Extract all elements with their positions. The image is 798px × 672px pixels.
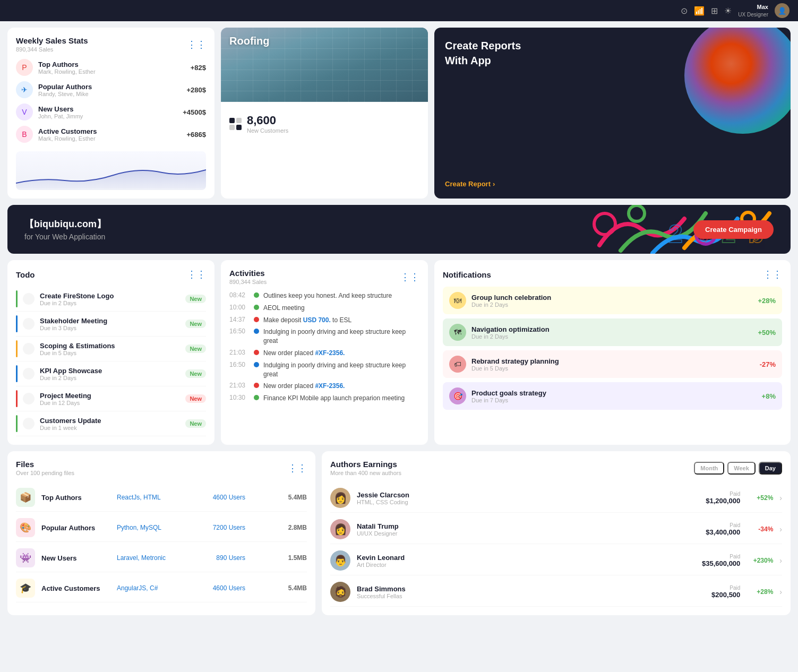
- todo-checkbox[interactable]: [23, 368, 35, 380]
- arrow-icon: ›: [493, 180, 495, 188]
- svg-point-0: [594, 213, 615, 235]
- chevron-right-icon[interactable]: ›: [779, 588, 782, 596]
- earnings-tabs: Month Week Day: [694, 462, 782, 475]
- theme-icon[interactable]: ☀: [724, 6, 732, 16]
- chevron-right-icon[interactable]: ›: [779, 556, 782, 565]
- author-avatar: 👩: [330, 488, 350, 508]
- roofing-title: Roofing: [229, 35, 270, 47]
- weekly-sales-card: Weekly Sales Stats 890,344 Sales ⋮⋮ P To…: [7, 28, 214, 199]
- signal-icon[interactable]: 📶: [694, 6, 705, 16]
- chart-area: [16, 151, 206, 190]
- list-item: Project Meeting Due in 12 Days New: [16, 386, 206, 411]
- campaign-banner: 【biqubiqu.com】 for Your Web Application …: [7, 205, 791, 254]
- activities-subtitle: 890,344 Sales: [229, 279, 267, 285]
- stat-new-users: V New Users John, Pat, Jimmy +4500$: [16, 104, 206, 120]
- roofing-bottom: 8,600 New Customers: [221, 107, 428, 142]
- dot-red-icon: [254, 350, 259, 355]
- file-item: 🎨 Popular Authors Python, MySQL 7200 Use…: [16, 514, 307, 542]
- notification-item: 🍽 Group lunch celebration Due in 2 Days …: [443, 287, 782, 314]
- todo-title: Todo: [16, 270, 35, 279]
- activities-list: 08:42 Outlines keep you honest. And keep…: [229, 291, 419, 403]
- order-link2[interactable]: #XF-2356.: [315, 382, 345, 390]
- file-item: 🎓 Active Customers AngularJS, C# 4600 Us…: [16, 574, 307, 602]
- notification-item: 🎯 Product goals strategy Due in 7 Days +…: [443, 382, 782, 410]
- file-icon: 📦: [16, 488, 35, 507]
- todo-checkbox[interactable]: [23, 318, 35, 330]
- roofing-card: Roofing 8,600 New Customers: [221, 28, 428, 199]
- weekly-sales-title: Weekly Sales Stats: [16, 36, 88, 45]
- file-icon: 🎓: [16, 579, 35, 598]
- todo-bar-blue: [16, 365, 18, 382]
- todo-bar-yellow: [16, 340, 18, 357]
- notification-item: 🏷 Rebrand strategy planning Due in 5 Day…: [443, 350, 782, 378]
- tab-day[interactable]: Day: [759, 462, 782, 475]
- weekly-sales-subtitle: 890,344 Sales: [16, 46, 88, 53]
- topbar: ⊙ 📶 ⊞ ☀ Max UX Designer 👤: [0, 0, 798, 21]
- activities-card: Activities 890,344 Sales ⋮⋮ 08:42 Outlin…: [221, 260, 428, 445]
- notification-icon: 🏷: [449, 356, 466, 373]
- activity-item: 10:30 Finance KPI Mobile app launch prep…: [229, 394, 419, 403]
- activity-item: 16:50 Indulging in poorly driving and ke…: [229, 328, 419, 346]
- activity-item: 21:03 New order placed #XF-2356.: [229, 382, 419, 391]
- dot-red-icon: [254, 317, 259, 322]
- author-avatar: 👩: [330, 519, 350, 539]
- author-avatar: 👨: [330, 550, 350, 571]
- todo-list: Create FireStone Logo Due in 2 Days New …: [16, 287, 206, 436]
- dot-red-icon: [254, 383, 259, 388]
- todo-checkbox[interactable]: [23, 343, 35, 355]
- files-menu[interactable]: ⋮⋮: [288, 462, 307, 474]
- user-info: Max UX Designer: [738, 3, 768, 18]
- notification-icon: 🗺: [449, 324, 466, 341]
- customers-label: New Customers: [247, 127, 288, 134]
- todo-checkbox[interactable]: [23, 393, 35, 404]
- todo-checkbox[interactable]: [23, 418, 35, 429]
- stats-list: P Top Authors Mark, Rowling, Esther +82$…: [16, 59, 206, 143]
- activities-menu[interactable]: ⋮⋮: [400, 271, 419, 283]
- tab-week[interactable]: Week: [727, 462, 756, 475]
- activity-item: 10:00 AEOL meeting: [229, 304, 419, 313]
- campaign-text: 【biqubiqu.com】 for Your Web Application: [24, 218, 106, 241]
- campaign-title: 【biqubiqu.com】: [24, 218, 106, 230]
- activity-item: 21:03 New order placed #XF-2356.: [229, 349, 419, 358]
- chevron-right-icon[interactable]: ›: [779, 525, 782, 533]
- notifications-menu[interactable]: ⋮⋮: [763, 269, 782, 280]
- todo-checkbox[interactable]: [23, 293, 35, 305]
- notifications-list: 🍽 Group lunch celebration Due in 2 Days …: [443, 287, 782, 410]
- activity-item: 16:50 Indulging in poorly driving and ke…: [229, 361, 419, 379]
- top-authors-icon: P: [16, 59, 33, 76]
- todo-bar-blue: [16, 315, 18, 332]
- earnings-item: 👩 Jessie Clarcson HTML, CSS Coding Paid …: [330, 484, 782, 513]
- activity-item: 08:42 Outlines keep you honest. And keep…: [229, 291, 419, 300]
- dot-blue-icon: [254, 362, 259, 367]
- create-campaign-button[interactable]: Create Campaign: [693, 220, 774, 239]
- create-report-link[interactable]: Create Report ›: [445, 180, 780, 188]
- dot-green-icon: [254, 395, 259, 400]
- search-icon[interactable]: ⊙: [681, 6, 688, 16]
- avatar[interactable]: 👤: [775, 3, 790, 18]
- authors-earnings-card: Authors Earnings More than 400 new autho…: [322, 451, 791, 615]
- notifications-title: Notifications: [443, 270, 491, 279]
- weekly-sales-menu[interactable]: ⋮⋮: [187, 39, 206, 50]
- earnings-title: Authors Earnings: [330, 460, 401, 469]
- files-card: Files Over 100 pending files ⋮⋮ 📦 Top Au…: [7, 451, 315, 615]
- todo-menu[interactable]: ⋮⋮: [187, 269, 206, 280]
- chevron-right-icon[interactable]: ›: [779, 494, 782, 502]
- files-list: 📦 Top Authors ReactJs, HTML 4600 Users 5…: [16, 484, 307, 602]
- todo-bar-red: [16, 390, 18, 407]
- file-icon: 👾: [16, 548, 35, 567]
- list-item: Create FireStone Logo Due in 2 Days New: [16, 287, 206, 312]
- todo-bar-green: [16, 290, 18, 307]
- notification-icon: 🎯: [449, 387, 466, 404]
- svg-text:2: 2: [668, 220, 683, 248]
- deposit-link[interactable]: USD 700.: [303, 316, 331, 324]
- list-item: KPI App Showcase Due in 2 Days New: [16, 361, 206, 386]
- tab-month[interactable]: Month: [694, 462, 724, 475]
- reports-title: Create ReportsWith App: [445, 38, 780, 68]
- earnings-list: 👩 Jessie Clarcson HTML, CSS Coding Paid …: [330, 484, 782, 607]
- author-avatar: 🧔: [330, 582, 350, 602]
- order-link[interactable]: #XF-2356.: [315, 349, 345, 357]
- popular-authors-icon: ✈: [16, 81, 33, 98]
- grid-icon[interactable]: ⊞: [711, 6, 718, 16]
- active-customers-icon: B: [16, 126, 33, 143]
- notification-item: 🗺 Navigation optimization Due in 2 Days …: [443, 318, 782, 346]
